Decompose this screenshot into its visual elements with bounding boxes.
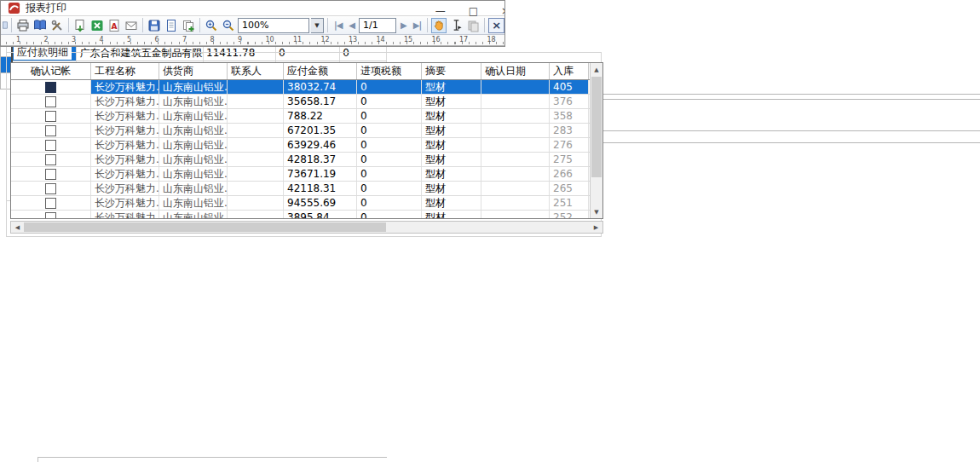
multi-page-icon[interactable] — [181, 18, 196, 33]
table-row[interactable]: 长沙万科魅力...山东南山铝业...63929.460型材276 — [11, 138, 602, 153]
column-header: 供货商 — [159, 63, 228, 79]
minimize-icon[interactable]: — — [435, 5, 446, 17]
window-title: 报表打印 — [26, 1, 66, 15]
ruler-mark: 11 — [293, 36, 302, 43]
column-header: 确认日期 — [481, 63, 550, 79]
title-bar[interactable]: 报表打印 — □ × — [1, 1, 504, 15]
page-indicator-value: 1/1 — [363, 20, 378, 31]
scrollbar-thumb[interactable] — [591, 77, 602, 177]
save-icon[interactable] — [147, 18, 162, 33]
excel-export-icon[interactable] — [89, 18, 105, 33]
confirm-checkbox[interactable] — [45, 183, 56, 194]
zoom-dropdown-icon[interactable]: ▼ — [311, 18, 324, 33]
column-header: 工程名称 — [91, 63, 159, 79]
column-header: 摘要 — [422, 63, 481, 79]
zoom-level-input[interactable]: 100% — [238, 18, 309, 33]
ruler-mark: 17 — [459, 36, 468, 43]
table-row[interactable]: 长沙万科魅力...山东南山铝业...35658.170型材376 — [11, 95, 602, 109]
column-header: 入库 — [550, 63, 589, 79]
report-print-window: 报表打印 — □ × A — [0, 0, 505, 47]
ruler-mark: 12 — [321, 36, 330, 43]
vertical-scrollbar[interactable]: ▲ ▼ — [590, 63, 602, 218]
table-row[interactable]: 长沙万科魅力...山东南山铝业...73671.190型材266 — [11, 167, 602, 182]
confirm-checkbox[interactable] — [45, 125, 56, 136]
column-header: 确认记帐 — [11, 63, 91, 79]
horizontal-ruler: 123456789101112131415161718192021 — [1, 35, 504, 46]
toolbar-separator — [484, 18, 485, 32]
confirm-checkbox[interactable] — [45, 96, 56, 107]
scroll-left-icon[interactable]: ◀ — [11, 224, 24, 231]
confirm-checkbox[interactable] — [45, 140, 56, 151]
next-page-icon[interactable]: ▶ — [398, 20, 409, 30]
close-icon[interactable]: × — [501, 5, 505, 17]
table-row[interactable]: 长沙万科魅力...山东南山铝业...67201.350型材283 — [11, 124, 602, 138]
first-page-icon[interactable]: |◀ — [331, 20, 344, 30]
table-row[interactable]: 长沙万科魅力...山东南山铝业...42818.370型材275 — [11, 153, 602, 167]
pdf-export-icon[interactable]: A — [107, 18, 122, 33]
settings-tools-icon[interactable] — [49, 18, 65, 33]
ruler-mark: 16 — [432, 36, 441, 43]
book-icon[interactable] — [32, 18, 48, 33]
scroll-down-icon[interactable]: ▼ — [591, 205, 602, 218]
table-row[interactable]: 长沙万科魅力...山东南山铝业...42118.310型材265 — [11, 182, 602, 196]
prev-page-icon[interactable]: ◀ — [346, 20, 357, 30]
confirm-checkbox[interactable] — [45, 212, 56, 220]
toolbar-separator — [142, 18, 143, 32]
ruler-ticks — [6, 42, 504, 44]
zoom-out-icon[interactable] — [221, 18, 236, 33]
bg-form-line — [601, 94, 980, 95]
table-row[interactable]: 长沙万科魅力...山东南山铝业...94555.690型材251 — [11, 196, 602, 211]
last-page-icon[interactable]: ▶| — [411, 20, 424, 30]
payable-detail-group: 应付款明细 确认记帐工程名称供货商联系人应付金额进项税额摘要确认日期入库 长沙万… — [6, 52, 602, 237]
ruler-mark: 5 — [127, 36, 131, 43]
single-page-icon[interactable] — [164, 18, 179, 33]
column-header: 联系人 — [228, 63, 284, 79]
confirm-checkbox[interactable] — [45, 154, 56, 165]
toolbar-separator — [327, 18, 328, 32]
mail-icon[interactable] — [124, 18, 139, 33]
bg-bottom-line — [37, 457, 38, 462]
confirm-checkbox[interactable] — [45, 82, 56, 93]
ruler-mark: 15 — [404, 36, 412, 43]
copy-pages-icon[interactable] — [465, 18, 481, 33]
table-header-row: 确认记帐工程名称供货商联系人应付金额进项税额摘要确认日期入库 — [11, 63, 602, 80]
toolbar-separator — [11, 18, 12, 32]
table-row[interactable]: 长沙万科魅力...山东南山铝业...38032.740型材405 — [11, 80, 602, 95]
print-icon[interactable] — [15, 18, 31, 33]
page-indicator-input[interactable]: 1/1 — [359, 18, 396, 33]
toolbar-separator — [427, 18, 428, 32]
maximize-icon[interactable]: □ — [469, 5, 478, 17]
confirm-checkbox[interactable] — [45, 198, 56, 209]
svg-text:A: A — [112, 21, 118, 30]
zoom-in-icon[interactable] — [204, 18, 219, 33]
export-icon[interactable] — [72, 18, 88, 33]
column-header: 应付金额 — [284, 63, 357, 79]
confirm-checkbox[interactable] — [45, 111, 56, 122]
ruler-mark: 1 — [16, 36, 20, 43]
ruler-mark: 13 — [349, 36, 357, 43]
close-preview-icon[interactable]: × — [488, 18, 504, 33]
ruler-mark: 2 — [44, 36, 49, 43]
ruler-mark: 8 — [210, 36, 215, 43]
ruler-mark: 14 — [377, 36, 385, 43]
column-header: 进项税额 — [357, 63, 422, 79]
hand-pan-tool-icon[interactable] — [431, 18, 447, 33]
toolbar-separator — [199, 18, 200, 32]
table-row[interactable]: 长沙万科魅力...山东南山铝业...3895.840型材252 — [11, 211, 602, 219]
bg-form-line — [601, 142, 980, 143]
zoom-level-value: 100% — [242, 20, 268, 31]
bg-form-line — [601, 130, 980, 131]
table-row[interactable]: 长沙万科魅力...山东南山铝业...788.220型材358 — [11, 109, 602, 124]
confirm-checkbox[interactable] — [45, 169, 56, 180]
scroll-right-icon[interactable]: ▶ — [590, 224, 602, 231]
scroll-up-icon[interactable]: ▲ — [591, 63, 602, 76]
ruler-mark: 7 — [182, 36, 187, 43]
ruler-mark: 6 — [155, 36, 159, 43]
horizontal-scrollbar[interactable]: ◀ ▶ — [10, 221, 603, 234]
report-icon[interactable] — [0, 18, 8, 33]
text-select-tool-icon[interactable] — [448, 18, 464, 33]
scrollbar-thumb[interactable] — [24, 222, 386, 232]
report-toolbar: A 100% ▼ |◀ ◀ 1/1 ▶ ▶| — [1, 15, 504, 35]
ruler-mark: 3 — [72, 36, 76, 43]
bg-form-line — [601, 99, 980, 100]
